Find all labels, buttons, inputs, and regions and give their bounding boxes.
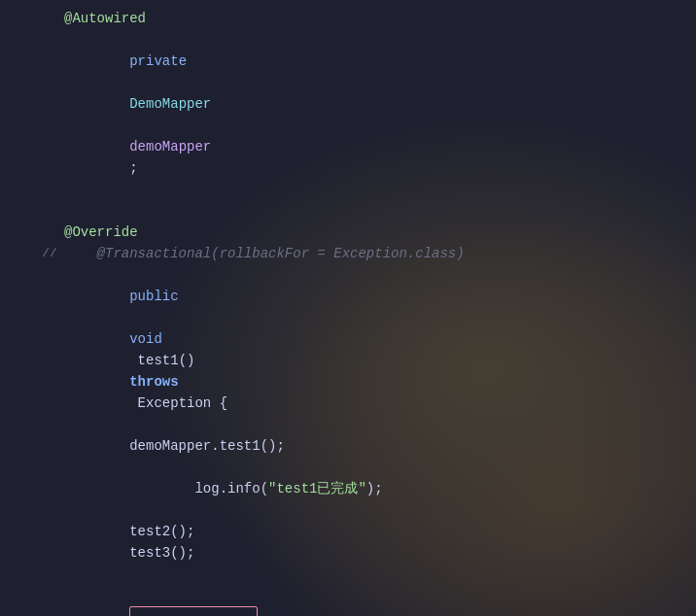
line-test1-test2call: test2();: [0, 521, 696, 542]
line-test1-mapper: demoMapper.test1();: [0, 435, 696, 457]
line-test1-sig: public void test1() throws Exception {: [0, 264, 696, 435]
line-test1-log: log.info("test1已完成");: [0, 457, 696, 521]
line-test1-div-zero: // int a = 1 / 0 ;: [0, 564, 696, 616]
code-content: @Autowired private DemoMapper demoMapper…: [0, 0, 696, 616]
line-1: @Autowired: [0, 8, 696, 29]
line-test1-test3call: test3();: [0, 542, 696, 564]
line-blank-1: [0, 200, 696, 222]
line-comment-transactional: // @Transactional(rollbackFor = Exceptio…: [0, 243, 696, 264]
line-2: private DemoMapper demoMapper ;: [0, 29, 696, 200]
code-editor: @Autowired private DemoMapper demoMapper…: [0, 0, 696, 616]
line-override: @Override: [0, 222, 696, 243]
